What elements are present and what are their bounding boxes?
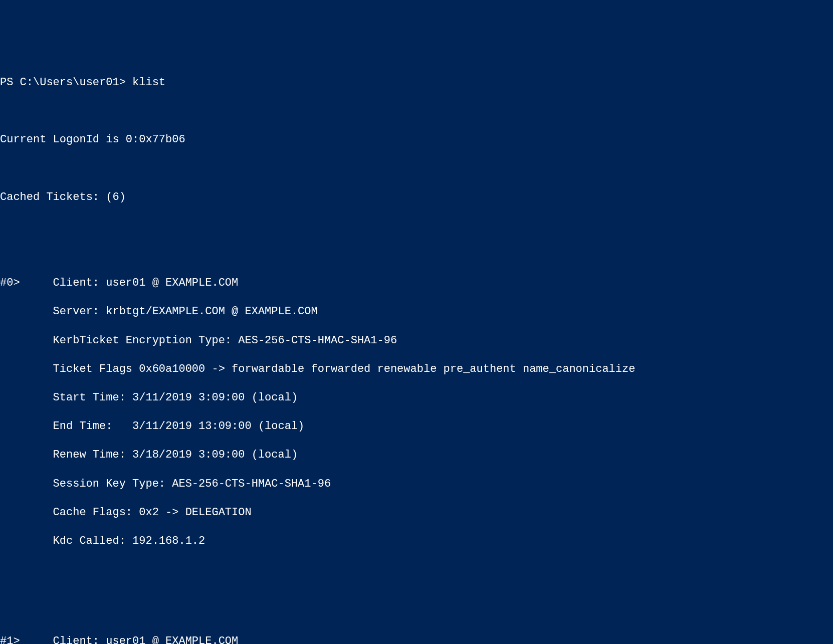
terminal-output: PS C:\Users\user01> klist Current LogonI…: [0, 61, 833, 644]
blank-line: [0, 104, 833, 119]
ticket-end-time: End Time: 3/11/2019 13:09:00 (local): [0, 419, 833, 434]
ticket-start-time: Start Time: 3/11/2019 3:09:00 (local): [0, 391, 833, 405]
ticket-session-key: Session Key Type: AES-256-CTS-HMAC-SHA1-…: [0, 477, 833, 492]
prompt-line[interactable]: PS C:\Users\user01> klist: [0, 76, 833, 90]
ticket-client: Client: user01 @ EXAMPLE.COM: [53, 634, 239, 644]
ticket-encryption: KerbTicket Encryption Type: AES-256-CTS-…: [0, 334, 833, 348]
ticket-kdc: Kdc Called: 192.168.1.2: [0, 534, 833, 549]
ticket-number: #0>: [0, 276, 53, 291]
blank-line: [0, 219, 833, 234]
ticket-client: Client: user01 @ EXAMPLE.COM: [53, 276, 239, 291]
blank-line: [0, 162, 833, 176]
cached-tickets-line: Cached Tickets: (6): [0, 190, 833, 205]
ticket-cache-flags: Cache Flags: 0x2 -> DELEGATION: [0, 506, 833, 520]
ticket-entry-0: #0>Client: user01 @ EXAMPLE.COM Server: …: [0, 262, 833, 563]
ticket-entry-1: #1>Client: user01 @ EXAMPLE.COM Server: …: [0, 620, 833, 644]
ticket-number: #1>: [0, 634, 53, 644]
blank-line: [0, 577, 833, 592]
logon-id-line: Current LogonId is 0:0x77b06: [0, 133, 833, 147]
ticket-server: Server: krbtgt/EXAMPLE.COM @ EXAMPLE.COM: [0, 305, 833, 319]
ticket-renew-time: Renew Time: 3/18/2019 3:09:00 (local): [0, 448, 833, 463]
ticket-flags: Ticket Flags 0x60a10000 -> forwardable f…: [0, 362, 833, 377]
